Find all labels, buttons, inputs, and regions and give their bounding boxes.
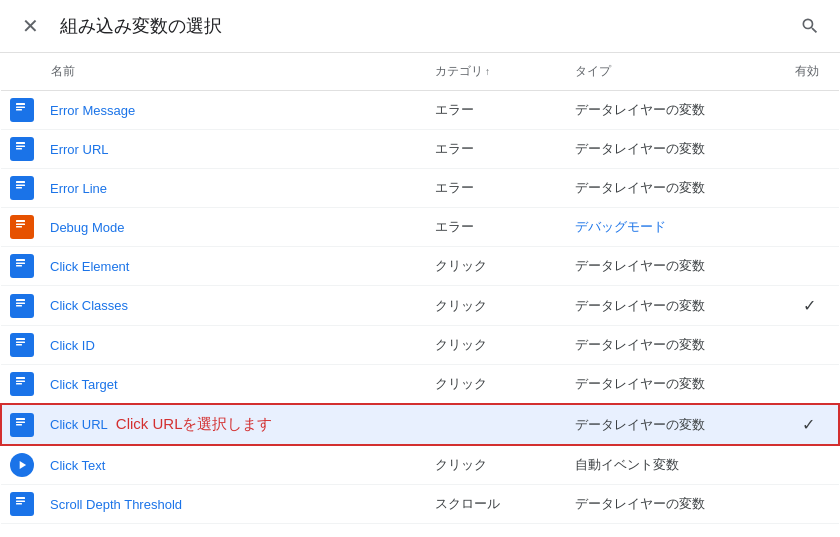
row-type: 自動イベント変数 (559, 445, 779, 485)
row-enabled (779, 365, 839, 405)
row-name[interactable]: Click Target (42, 365, 419, 405)
row-enabled: ✓ (779, 286, 839, 326)
doc-icon (10, 254, 34, 278)
doc-icon (10, 176, 34, 200)
doc-icon (10, 492, 34, 516)
row-name[interactable]: Scroll Depth Threshold (42, 485, 419, 524)
row-enabled (779, 247, 839, 286)
row-type: データレイヤーの変数 (559, 365, 779, 405)
table-row[interactable]: Click URLClick URLを選択しますデータレイヤーの変数✓ (1, 404, 839, 445)
row-type: デバッグモード (559, 208, 779, 247)
svg-rect-29 (16, 383, 22, 385)
svg-rect-13 (16, 224, 25, 226)
svg-rect-6 (16, 148, 22, 150)
svg-rect-2 (16, 109, 22, 111)
row-name[interactable]: Click Text (42, 445, 419, 485)
row-name[interactable]: Click URLClick URLを選択します (42, 404, 419, 445)
row-category: スクロール (419, 485, 559, 524)
row-type: データレイヤーの変数 (559, 404, 779, 445)
svg-rect-25 (16, 344, 22, 346)
row-icon (1, 130, 42, 169)
row-category: クリック (419, 365, 559, 405)
row-category: クリック (419, 445, 559, 485)
row-enabled (779, 445, 839, 485)
variables-table-container: 名前 カテゴリ↑ タイプ 有効 Error Messageエラーデータレイヤーの… (0, 53, 840, 534)
table-row[interactable]: Error Messageエラーデータレイヤーの変数 (1, 91, 839, 130)
search-button[interactable] (796, 12, 824, 40)
svg-rect-15 (16, 259, 25, 261)
row-enabled (779, 91, 839, 130)
doc-icon (10, 372, 34, 396)
col-type: タイプ (559, 53, 779, 91)
svg-rect-5 (16, 146, 25, 148)
row-enabled (779, 326, 839, 365)
table-body: Error Messageエラーデータレイヤーの変数 Error URLエラーデ… (1, 91, 839, 524)
svg-rect-17 (16, 265, 22, 267)
table-row[interactable]: Click Elementクリックデータレイヤーの変数 (1, 247, 839, 286)
row-name[interactable]: Error Message (42, 91, 419, 130)
row-name[interactable]: Error Line (42, 169, 419, 208)
svg-rect-0 (16, 103, 25, 105)
row-icon (1, 247, 42, 286)
svg-rect-14 (16, 226, 22, 228)
row-type: データレイヤーの変数 (559, 169, 779, 208)
svg-rect-21 (16, 305, 22, 307)
svg-rect-10 (16, 187, 22, 189)
row-enabled (779, 485, 839, 524)
doc-icon (10, 98, 34, 122)
row-icon (1, 286, 42, 326)
row-icon (1, 326, 42, 365)
svg-rect-16 (16, 263, 25, 265)
svg-rect-1 (16, 107, 25, 109)
arrow-icon (10, 453, 34, 477)
svg-rect-12 (16, 220, 25, 222)
row-icon (1, 91, 42, 130)
row-type: データレイヤーの変数 (559, 91, 779, 130)
col-category[interactable]: カテゴリ↑ (419, 53, 559, 91)
row-icon (1, 404, 42, 445)
svg-rect-19 (16, 299, 25, 301)
row-icon (1, 485, 42, 524)
close-button[interactable]: ✕ (16, 12, 44, 40)
sort-arrow-icon: ↑ (485, 66, 490, 77)
dialog-header: ✕ 組み込み変数の選択 (0, 0, 840, 53)
table-row[interactable]: Scroll Depth Thresholdスクロールデータレイヤーの変数 (1, 485, 839, 524)
svg-rect-28 (16, 381, 25, 383)
dialog-title: 組み込み変数の選択 (60, 14, 222, 38)
svg-rect-9 (16, 185, 25, 187)
table-row[interactable]: Error Lineエラーデータレイヤーの変数 (1, 169, 839, 208)
checkmark-icon: ✓ (803, 297, 816, 314)
table-row[interactable]: Error URLエラーデータレイヤーの変数 (1, 130, 839, 169)
doc-icon (10, 333, 34, 357)
row-enabled: ✓ (779, 404, 839, 445)
svg-rect-23 (16, 338, 25, 340)
checkmark-icon: ✓ (802, 416, 815, 433)
col-name: 名前 (1, 53, 419, 91)
row-icon (1, 208, 42, 247)
row-name[interactable]: Click Classes (42, 286, 419, 326)
svg-rect-35 (16, 497, 25, 499)
svg-rect-33 (16, 424, 22, 426)
row-name[interactable]: Debug Mode (42, 208, 419, 247)
svg-rect-24 (16, 342, 25, 344)
table-row[interactable]: Click Textクリック自動イベント変数 (1, 445, 839, 485)
row-name[interactable]: Click Element (42, 247, 419, 286)
svg-rect-8 (16, 181, 25, 183)
table-row[interactable]: Click Classesクリックデータレイヤーの変数✓ (1, 286, 839, 326)
row-category: クリック (419, 286, 559, 326)
header-left: ✕ 組み込み変数の選択 (16, 12, 222, 40)
row-category: エラー (419, 208, 559, 247)
row-category: エラー (419, 169, 559, 208)
table-row[interactable]: Debug Modeエラーデバッグモード (1, 208, 839, 247)
row-name[interactable]: Click ID (42, 326, 419, 365)
col-enabled: 有効 (779, 53, 839, 91)
table-row[interactable]: Click IDクリックデータレイヤーの変数 (1, 326, 839, 365)
table-row[interactable]: Click Targetクリックデータレイヤーの変数 (1, 365, 839, 405)
doc-orange-icon (10, 215, 34, 239)
doc-icon (10, 137, 34, 161)
row-type: データレイヤーの変数 (559, 485, 779, 524)
row-enabled (779, 208, 839, 247)
svg-rect-27 (16, 377, 25, 379)
selected-label: Click URLを選択します (108, 415, 273, 432)
row-name[interactable]: Error URL (42, 130, 419, 169)
